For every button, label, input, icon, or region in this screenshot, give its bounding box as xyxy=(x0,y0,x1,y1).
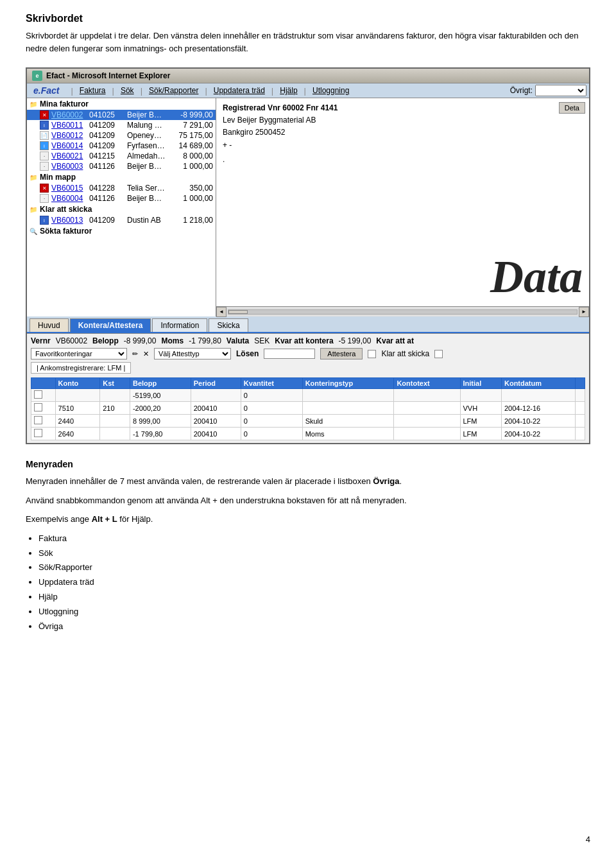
belopp-value: -8 999,00 xyxy=(124,336,157,345)
ovrig-select[interactable] xyxy=(535,85,586,96)
table-row[interactable]: 7510210-2000,202004100VVH2004-12-16 xyxy=(31,402,585,415)
menu-hjalp[interactable]: Hjälp xyxy=(276,85,301,96)
section-klar-skicka[interactable]: 📁 Klar att skicka xyxy=(27,203,216,215)
table-cell: 2440 xyxy=(55,415,100,428)
folder-icon-2: 📁 xyxy=(30,174,37,181)
tree-row-vb60004[interactable]: · VB60004 041126 Beijer Byggmate... 1 00… xyxy=(27,193,216,203)
favorit-select[interactable]: Favoritkonteringar xyxy=(31,348,127,359)
search-icon: 🔍 xyxy=(30,228,37,235)
section-min-mapp[interactable]: 📁 Min mapp xyxy=(27,171,216,183)
bottom-area: Vernr VB60002 Belopp -8 999,00 Moms -1 7… xyxy=(27,333,589,443)
tab-skicka[interactable]: Skicka xyxy=(209,318,248,332)
row-checkbox[interactable] xyxy=(34,403,42,411)
th-konteringstyp: Konteringstyp xyxy=(302,378,394,389)
menyraden-text3-pre: Exempelvis ange xyxy=(26,514,92,524)
table-cell: 210 xyxy=(100,402,130,415)
table-cell: 200410 xyxy=(191,415,241,428)
menu-faktura[interactable]: Faktura xyxy=(76,85,110,96)
delete-icon[interactable]: ✕ xyxy=(143,350,149,358)
tree-row-vb60013[interactable]: i VB60013 041209 Dustin AB 1 218,00 xyxy=(27,215,216,225)
menyraden-para2: Använd snabbkommandon genom att använda … xyxy=(26,494,590,507)
table-cell xyxy=(55,389,100,402)
table-cell: 0 xyxy=(241,415,302,428)
table-row[interactable]: -5199,000 xyxy=(31,389,585,402)
row-id-4: VB60014 xyxy=(51,141,87,150)
section-sokta[interactable]: 🔍 Sökta fakturor xyxy=(27,225,216,237)
table-cell: Skuld xyxy=(302,415,394,428)
moms-value: -1 799,80 xyxy=(189,336,221,345)
tab-huvud[interactable]: Huvud xyxy=(30,318,69,332)
browser-title-bar: e Efact - Microsoft Internet Explorer xyxy=(27,69,589,83)
row-checkbox[interactable] xyxy=(34,429,42,437)
row-id-3: VB60012 xyxy=(51,131,87,140)
row-checkbox[interactable] xyxy=(34,390,42,399)
browser-window: e Efact - Microsoft Internet Explorer e.… xyxy=(26,67,590,444)
tree-row-vb60015[interactable]: ✕ VB60015 041228 Telia Service A... 350,… xyxy=(27,183,216,193)
table-cell-cb[interactable] xyxy=(31,415,56,428)
table-cell: VVH xyxy=(460,402,501,415)
table-cell: Moms xyxy=(302,428,394,440)
invoice-icon-blue-2: i xyxy=(40,216,49,225)
row-date-5: 041215 xyxy=(89,151,124,160)
table-cell-cb[interactable] xyxy=(31,428,56,440)
section-mina-fakturor[interactable]: 📁 Mina fakturor xyxy=(27,98,216,110)
row-id-2: VB60011 xyxy=(51,121,87,130)
menu-sep: | xyxy=(71,86,73,96)
edit-icon[interactable]: ✏ xyxy=(132,350,138,358)
row-name-9: Dustin AB xyxy=(127,216,166,225)
scroll-thumb[interactable] xyxy=(228,310,248,314)
tree-row-vb60002[interactable]: ✕ VB60002 041025 Beijer Byggmate... -8 9… xyxy=(27,110,216,120)
tree-row-vb60003[interactable]: · VB60003 041126 Beijer Byggmate... 1 00… xyxy=(27,161,216,171)
menu-utloggning[interactable]: Utloggning xyxy=(309,85,353,96)
horizontal-scrollbar[interactable]: ◄ ► xyxy=(216,306,589,316)
tree-row-vb60021[interactable]: · VB60021 041215 Almedahls AB 8 000,00 xyxy=(27,151,216,161)
tab-information[interactable]: Information xyxy=(152,318,207,332)
row-amount-4: 14 689,00 xyxy=(168,141,213,150)
menyraden-list: FakturaSökSök/RapporterUppdatera trädHjä… xyxy=(38,532,590,634)
table-cell xyxy=(575,389,585,402)
table-cell xyxy=(100,389,130,402)
row-amount-2: 7 291,00 xyxy=(168,121,213,130)
menu-bar: e.Fact | Faktura | Sök | Sök/Rapporter |… xyxy=(27,83,589,98)
tree-row-vb60011[interactable]: i VB60011 041209 Malung Sälen Tu... 7 29… xyxy=(27,120,216,130)
scroll-right-btn[interactable]: ► xyxy=(579,307,589,317)
table-cell: 200410 xyxy=(191,402,241,415)
scroll-left-btn[interactable]: ◄ xyxy=(216,307,227,317)
attestera-button[interactable]: Attestera xyxy=(320,348,363,359)
menu-sok[interactable]: Sök xyxy=(117,85,138,96)
table-cell-cb[interactable] xyxy=(31,389,56,402)
right-panel: Deta Registrerad Vnr 60002 Fnr 4141 Lev … xyxy=(216,98,589,316)
section4-label: Sökta fakturor xyxy=(40,227,92,236)
list-item: Sök xyxy=(38,547,590,560)
table-cell xyxy=(394,402,460,415)
klar-checkbox[interactable] xyxy=(368,350,376,358)
row-amount-8: 1 000,00 xyxy=(168,194,213,203)
menu-uppdatera[interactable]: Uppdatera träd xyxy=(210,85,269,96)
table-row[interactable]: 2640-1 799,802004100MomsLFM2004-10-22 xyxy=(31,428,585,440)
deta-button[interactable]: Deta xyxy=(559,102,585,114)
table-cell: 2004-10-22 xyxy=(501,415,575,428)
row-id-6: VB60003 xyxy=(51,162,87,171)
page-heading: Skrivbordet xyxy=(26,13,590,24)
tab-kontera[interactable]: Kontera/Attestera xyxy=(70,318,151,332)
klar-checkbox2[interactable] xyxy=(434,350,443,358)
tree-row-vb60012[interactable]: 📄 VB60012 041209 Openeye reklam ... 75 1… xyxy=(27,130,216,141)
table-cell: 8 999,00 xyxy=(130,415,191,428)
row-id-9: VB60013 xyxy=(51,216,87,225)
tree-row-vb60014[interactable]: i VB60014 041209 Fyrfasen Energi 14 689,… xyxy=(27,141,216,151)
list-item: Övriga xyxy=(38,620,590,634)
losen-input[interactable] xyxy=(264,349,315,359)
th-period: Period xyxy=(191,378,241,389)
table-row[interactable]: 24408 999,002004100SkuldLFM2004-10-22 xyxy=(31,415,585,428)
vernr-value: VB60002 xyxy=(56,336,87,345)
menu-sok-rapporter[interactable]: Sök/Rapporter xyxy=(145,85,202,96)
th-kontotext: Kontotext xyxy=(394,378,460,389)
scroll-track[interactable] xyxy=(228,309,578,315)
browser-title: Efact - Microsoft Internet Explorer xyxy=(46,71,170,80)
row-date-4: 041209 xyxy=(89,141,124,150)
table-cell: LFM xyxy=(460,415,501,428)
app-logo: e.Fact xyxy=(30,85,63,96)
table-cell-cb[interactable] xyxy=(31,402,56,415)
attest-select[interactable]: Välj Attesttyp xyxy=(154,348,231,359)
row-checkbox[interactable] xyxy=(34,416,42,424)
